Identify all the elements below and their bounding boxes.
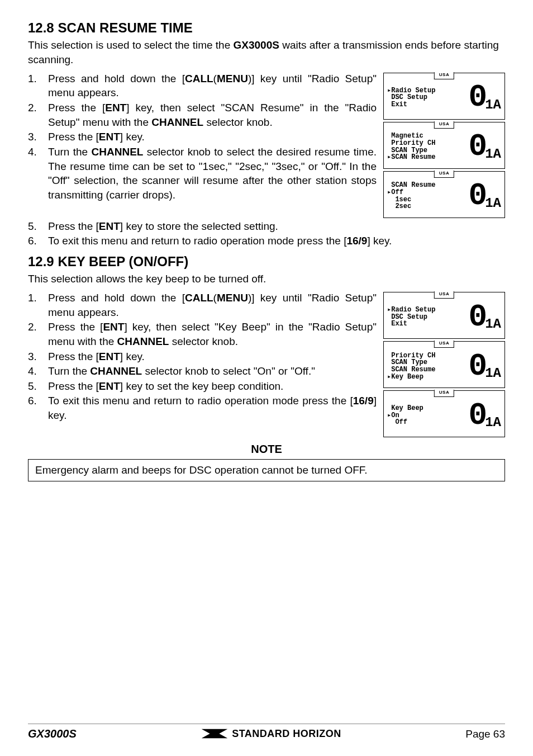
step-text: Press the [ENT] key to store the selecte… — [48, 219, 505, 234]
section2-intro: This selection allows the key beep to be… — [28, 272, 505, 286]
t: ," or " — [298, 160, 325, 172]
t: CALL — [185, 73, 213, 84]
step-number: 1. — [28, 291, 48, 319]
lcd-tab: USA — [434, 390, 454, 397]
t: Radio Setup — [312, 321, 373, 333]
lcd-menu: SCAN Resume ▸Off 1sec 2sec — [387, 182, 469, 210]
list-item: 6. To exit this menu and return to radio… — [28, 394, 377, 422]
t: ENT — [105, 102, 126, 114]
list-item: 1. Press and hold down the [CALL(MENU)] … — [28, 72, 377, 100]
t: ," " — [225, 160, 239, 172]
step-text: Press the [ENT] key to set the key beep … — [48, 379, 377, 394]
step-number: 3. — [28, 130, 48, 144]
t: SCAN Resume — [225, 102, 300, 114]
lcd-menu: Magnetic Priority CH SCAN Type ▸SCAN Res… — [387, 133, 469, 160]
footer-page: Page 63 — [465, 727, 505, 741]
step-number: 3. — [28, 349, 48, 364]
t: This selection is used to select the tim… — [28, 39, 234, 51]
t: Turn the — [48, 146, 92, 158]
t: On — [258, 365, 272, 377]
brand-text: STANDARD HORIZON — [232, 727, 341, 740]
t: Press the [ — [48, 102, 105, 114]
lcd-menu: Priority CH SCAN Type SCAN Resume ▸Key B… — [387, 352, 469, 380]
t: Off — [325, 160, 339, 172]
t: Press the [ — [48, 380, 99, 392]
t: ENT — [99, 351, 120, 362]
t: 16/9 — [346, 235, 367, 247]
page-footer: GX3000S STANDARD HORIZON Page 63 — [28, 724, 505, 741]
t: MENU — [217, 73, 248, 84]
t: Radio Setup — [312, 73, 373, 84]
t: 1A — [485, 368, 501, 379]
list-item: 2. Press the [ENT] key, then select "SCA… — [28, 101, 377, 129]
t: CALL — [185, 292, 213, 304]
section2-screens: USA ▸Radio Setup DSC Setup Exit 01A USA … — [383, 291, 505, 437]
t: Press and hold down the [ — [48, 292, 185, 304]
section2-content: 1. Press and hold down the [CALL(MENU)] … — [28, 291, 505, 437]
lcd-tab: USA — [434, 72, 454, 79]
lcd-screen: USA ▸Radio Setup DSC Setup Exit 01A — [383, 73, 505, 120]
section-title-key-beep: 12.9 KEY BEEP (ON/OFF) — [28, 253, 505, 271]
brand-logo-icon — [201, 727, 229, 740]
t: Press and hold down the [ — [48, 73, 185, 84]
t: selector knob. — [169, 336, 238, 347]
t: Press the [ — [48, 321, 103, 333]
t: To exit this menu and return to radio op… — [48, 395, 353, 407]
footer-model: GX3000S — [28, 726, 77, 741]
step-number: 1. — [28, 72, 48, 100]
t: 0 — [469, 134, 484, 159]
t: ] key. — [367, 235, 392, 247]
t: 0 — [469, 85, 484, 110]
t: " in the " — [266, 321, 312, 333]
t: Key Beep — [218, 321, 266, 333]
step-text: Turn the CHANNEL selector knob to select… — [48, 145, 377, 202]
t: " or " — [272, 365, 294, 377]
note-title: NOTE — [28, 442, 505, 457]
list-item: 1. Press and hold down the [CALL(MENU)] … — [28, 291, 377, 319]
t: ] key, then select " — [124, 321, 218, 333]
step-text: Turn the CHANNEL selector knob to select… — [48, 364, 377, 379]
step-text: Press and hold down the [CALL(MENU)] key… — [48, 291, 377, 319]
list-item: 6. To exit this menu and return to radio… — [28, 234, 505, 248]
step-text: Press and hold down the [CALL(MENU)] key… — [48, 72, 377, 100]
step-number: 4. — [28, 364, 48, 379]
lcd-screen: USA Priority CH SCAN Type SCAN Resume ▸K… — [383, 341, 505, 388]
t: " selection, the scanner will resume aft… — [48, 174, 377, 201]
t: ] key. — [120, 131, 145, 143]
lcd-menu: ▸Radio Setup DSC Setup Exit — [387, 87, 469, 108]
step-number: 6. — [28, 394, 48, 422]
step-text: Press the [ENT] key. — [48, 349, 377, 364]
t: ," " — [261, 160, 275, 172]
t: To exit this menu and return to radio op… — [48, 235, 346, 247]
t: 1A — [485, 198, 501, 209]
list-item: 4. Turn the CHANNEL selector knob to sel… — [28, 364, 377, 379]
t: ENT — [99, 220, 120, 232]
t: selector knob. — [203, 116, 273, 128]
t: Press the [ — [48, 220, 99, 232]
lcd-tab: USA — [434, 121, 454, 129]
section1-steps-cont: 5. Press the [ENT] key to store the sele… — [28, 219, 505, 248]
t: 3sec — [275, 160, 298, 172]
lcd-channel: 01A — [469, 403, 501, 428]
section1-content: 1. Press and hold down the [CALL(MENU)] … — [28, 72, 505, 218]
section-title-scan-resume: 12.8 SCAN RESUME TIME — [28, 19, 505, 37]
section1-intro: This selection is used to select the tim… — [28, 38, 505, 67]
t: 1sec — [203, 160, 225, 172]
lcd-screen: USA SCAN Resume ▸Off 1sec 2sec 01A — [383, 171, 505, 218]
step-number: 5. — [28, 219, 48, 234]
step-text: To exit this menu and return to radio op… — [48, 234, 505, 248]
t: ] key to set the key beep condition. — [120, 380, 284, 392]
t: Off — [52, 174, 66, 186]
t: CHANNEL — [92, 146, 144, 158]
step-text: To exit this menu and return to radio op… — [48, 394, 377, 422]
section1-screens: USA ▸Radio Setup DSC Setup Exit 01A USA … — [383, 72, 505, 218]
step-number: 2. — [28, 101, 48, 129]
t: ] key. — [120, 351, 145, 362]
lcd-tab: USA — [434, 171, 454, 178]
t: CHANNEL — [90, 365, 142, 377]
t: ENT — [103, 321, 124, 333]
step-text: Press the [ENT] key, then select "SCAN R… — [48, 101, 377, 129]
list-item: 3. Press the [ENT] key. — [28, 130, 377, 144]
t: Press the [ — [48, 131, 99, 143]
lcd-menu: ▸Radio Setup DSC Setup Exit — [387, 306, 469, 328]
